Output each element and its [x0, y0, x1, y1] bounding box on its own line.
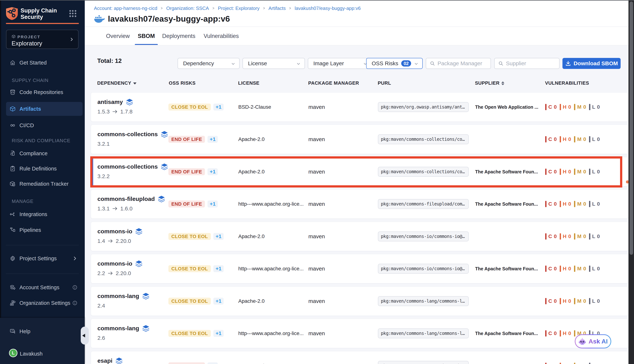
- breadcrumb-link[interactable]: Artifacts: [268, 6, 286, 11]
- window-top-edge: [0, 0, 634, 0]
- sidebar-item-pipelines[interactable]: Pipelines: [6, 223, 83, 237]
- project-selector[interactable]: PROJECT Exploratory: [6, 30, 79, 49]
- filter-count-badge: 02: [401, 60, 411, 66]
- purl-cell: pkg:maven/commons-lang/commons-l…: [378, 319, 469, 348]
- layers-icon: [135, 228, 143, 235]
- breadcrumb-link[interactable]: lavakush07/easy-buggy-app:v6: [295, 6, 361, 11]
- breadcrumb-separator-icon: >: [289, 6, 291, 11]
- supplier-cell: [475, 287, 544, 316]
- purl-value[interactable]: pkg:maven/commons-io/commons-io@…: [378, 232, 469, 242]
- purl-value[interactable]: pkg:maven/commons-io/commons-io@…: [378, 264, 469, 274]
- avatar[interactable]: L: [9, 349, 18, 357]
- table-row[interactable]: commons-lang 2.4 CLOSE TO EOL +1 Apache-…: [91, 286, 628, 316]
- code-repository-icon: [10, 89, 16, 95]
- vuln-chip-low: L 0: [589, 201, 600, 207]
- risk-badge: END OF LIFE: [168, 200, 205, 208]
- sidebar-item-help[interactable]: ? Help: [6, 324, 83, 338]
- sidebar-item-artifacts[interactable]: Artifacts: [6, 102, 83, 116]
- purl-value[interactable]: pkg:maven/org.owasp.esapi/esapi@…: [378, 361, 469, 364]
- filter-dropdown-license[interactable]: License: [242, 58, 305, 69]
- sidebar-item-compliance[interactable]: Compliance: [6, 146, 83, 160]
- risk-more-badge[interactable]: +1: [213, 265, 224, 272]
- vuln-chip-low: L 0: [589, 136, 600, 142]
- vuln-chip-critical: C 0: [545, 104, 557, 110]
- table-row[interactable]: commons-io 2.22.20.0 CLOSE TO EOL +1 htt…: [91, 254, 628, 283]
- column-header-supplier[interactable]: SUPPLIER: [475, 80, 504, 86]
- breadcrumb-link[interactable]: Project: Exploratory: [218, 6, 260, 11]
- table-row[interactable]: commons-lang 2.6 CLOSE TO EOL +1 http---…: [91, 319, 628, 348]
- purl-value[interactable]: pkg:maven/commons-lang/commons-l…: [378, 328, 469, 338]
- sidebar-item-code-repositories[interactable]: Code Repositories: [6, 85, 83, 99]
- vuln-chip-high: H 0: [560, 298, 571, 304]
- breadcrumb-link[interactable]: Account: app-harness-ng-cicd: [94, 6, 157, 11]
- app-switcher-grid-icon[interactable]: [69, 10, 76, 17]
- vulnerabilities-cell: C 0 H 0 M 0 L 0: [545, 125, 600, 154]
- scrollbar-thumb[interactable]: [629, 2, 633, 255]
- tab-overview[interactable]: Overview: [103, 27, 133, 45]
- ask-ai-button[interactable]: Ask AI: [575, 334, 611, 348]
- risk-more-badge[interactable]: +1: [213, 330, 224, 337]
- sidebar-item-remediation-tracker[interactable]: Remediation Tracker: [6, 177, 83, 191]
- sidebar-collapse-handle[interactable]: [81, 326, 89, 344]
- vuln-chip-critical: C 0: [545, 168, 557, 175]
- risk-more-badge[interactable]: +1: [213, 104, 224, 110]
- purl-cell: pkg:maven/commons-io/commons-io@…: [378, 254, 469, 283]
- purl-value[interactable]: pkg:maven/commons-collections/co…: [378, 134, 469, 144]
- search-input-package-manager[interactable]: Package Manager: [426, 58, 491, 69]
- purl-value[interactable]: pkg:maven/commons-lang/commons-l…: [378, 296, 469, 306]
- purl-value[interactable]: pkg:maven/org.owasp.antisamy/ant…: [378, 102, 469, 112]
- oss-risk-cell: END OF LIFE +1: [168, 157, 218, 186]
- vuln-chip-high: H 0: [560, 266, 571, 272]
- license-cell: BSD-2-Clause: [238, 92, 308, 122]
- info-icon: [72, 285, 77, 290]
- filter-dropdown-dependency[interactable]: Dependency: [178, 58, 240, 69]
- risk-more-badge[interactable]: +1: [213, 233, 224, 240]
- scrollbar-track[interactable]: [628, 0, 634, 364]
- purl-cell: pkg:maven/commons-io/commons-io@…: [378, 222, 469, 251]
- sidebar-item-account-settings[interactable]: Account Settings: [6, 280, 83, 294]
- column-header-dependency[interactable]: DEPENDENCY: [97, 80, 137, 86]
- nav-section-label: MANAGE: [12, 198, 34, 204]
- integrations-branch-icon: [10, 211, 16, 217]
- purl-value[interactable]: pkg:maven/commons-fileupload/com…: [378, 199, 469, 209]
- breadcrumb-link[interactable]: Organization: SSCA: [166, 6, 209, 11]
- sidebar-item-integrations[interactable]: Integrations: [6, 207, 83, 221]
- risk-more-badge[interactable]: +1: [207, 362, 218, 364]
- column-header-purl: PURL: [378, 80, 391, 86]
- risk-more-badge[interactable]: +1: [207, 136, 218, 143]
- column-header-oss-risks: OSS RISKS: [169, 80, 196, 86]
- sidebar-item-rule-definitions[interactable]: Rule Definitions: [6, 162, 83, 176]
- table-row[interactable]: antisamy 1.5.31.7.8 CLOSE TO EOL +1 BSD-…: [91, 92, 628, 122]
- tab-vulnerabilities[interactable]: Vulnerabilities: [201, 27, 242, 45]
- purl-cell: pkg:maven/commons-collections/co…: [378, 157, 469, 186]
- table-row[interactable]: commons-io 1.42.20.0 CLOSE TO EOL +1 Apa…: [91, 222, 628, 251]
- sidebar-item-get-started[interactable]: Get Started: [6, 56, 83, 70]
- sidebar-item-ci-cd[interactable]: CI/CD: [6, 118, 83, 132]
- download-sbom-button[interactable]: Download SBOM: [562, 58, 620, 69]
- purl-value[interactable]: pkg:maven/commons-collections/co…: [378, 167, 469, 177]
- vuln-chip-high: H 0: [560, 363, 571, 364]
- risk-more-badge[interactable]: +1: [207, 200, 218, 208]
- vuln-chip-medium: M 0: [574, 233, 586, 240]
- tab-sbom[interactable]: SBOM: [135, 27, 158, 45]
- package-manager-cell: maven: [308, 92, 374, 122]
- risk-more-badge[interactable]: +1: [213, 298, 224, 304]
- column-header-vulnerabilities: VULNERABILITIES: [545, 80, 589, 86]
- table-row[interactable]: esapi END OF LIFE +1 BSD-Creative-Common…: [91, 351, 628, 364]
- vuln-chip-high: H 0: [560, 168, 571, 175]
- table-row[interactable]: commons-collections 3.2.1 END OF LIFE +1…: [91, 125, 628, 154]
- search-input-supplier[interactable]: Supplier: [494, 58, 559, 69]
- user-name[interactable]: Lavakush: [20, 351, 43, 357]
- filter-dropdown-oss-risks[interactable]: OSS Risks 02: [366, 58, 423, 69]
- download-icon: [565, 60, 571, 66]
- sidebar-left-edge: [0, 0, 1, 364]
- filter-dropdown-image-layer[interactable]: Image Layer: [308, 58, 372, 69]
- sidebar-item-project-settings[interactable]: Project Settings: [6, 252, 83, 266]
- main-area: Account: app-harness-ng-cicd>Organizatio…: [85, 0, 628, 364]
- nav-section-label: SUPPLY CHAIN: [12, 78, 49, 83]
- tab-deployments[interactable]: Deployments: [159, 27, 198, 45]
- risk-more-badge[interactable]: +1: [207, 168, 218, 175]
- sidebar-item-organization-settings[interactable]: Organization Settings: [6, 296, 83, 310]
- table-row[interactable]: commons-collections 3.2.2 END OF LIFE +1…: [91, 157, 628, 186]
- table-row[interactable]: commons-fileupload 1.3.11.6.0 END OF LIF…: [91, 189, 628, 219]
